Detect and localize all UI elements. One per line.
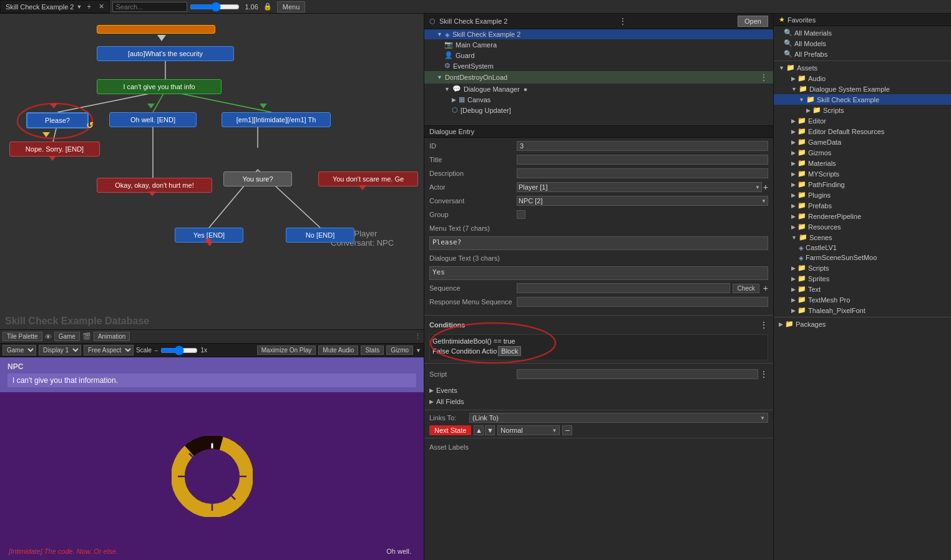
tree-renderer[interactable]: ▶ 📁 RendererPipeline <box>774 211 951 221</box>
tree-resources[interactable]: ▶ 📁 Resources <box>774 221 951 232</box>
group-label: Group <box>429 211 517 218</box>
next-state-btn[interactable]: Next State <box>429 425 471 435</box>
hierarchy-skill-check[interactable]: ▼ ◈ Skill Check Example 2 <box>424 29 773 39</box>
hierarchy-event-system[interactable]: ⚙ EventSystem <box>424 60 773 71</box>
node-dont-scare[interactable]: You don't scare me. Ge <box>318 171 418 186</box>
node-canvas[interactable]: [auto]What's the security I can't give y… <box>0 14 424 329</box>
tree-scripts-sub[interactable]: ▶ 📁 Scripts <box>774 105 951 115</box>
id-value[interactable]: 3 <box>517 141 768 151</box>
conditions-plus[interactable]: ⋮ <box>759 320 768 330</box>
node-auto-security[interactable]: [auto]What's the security <box>97 46 234 61</box>
title-value[interactable] <box>517 155 768 165</box>
group-checkbox[interactable] <box>517 210 525 219</box>
open-button[interactable]: Open <box>738 16 768 27</box>
animation-tab-btn[interactable]: Animation <box>94 332 130 341</box>
menu-button[interactable]: Menu <box>277 1 306 12</box>
tree-packages[interactable]: ▶ 📁 Packages <box>774 319 951 329</box>
node-no-end[interactable]: No [END] <box>286 228 354 243</box>
hierarchy-dialogue-manager[interactable]: ▼ 💬 Dialogue Manager ● <box>424 84 773 94</box>
conversant-label: Conversant <box>429 197 517 205</box>
gizmo-caret[interactable]: ▼ <box>416 347 421 354</box>
tree-gizmos[interactable]: ▶ 📁 Gizmos <box>774 147 951 158</box>
tree-all-materials[interactable]: 🔍 All Materials <box>774 27 951 38</box>
tree-myscripts[interactable]: ▶ 📁 MYScripts <box>774 168 951 179</box>
game-select[interactable]: Game <box>2 345 36 355</box>
actor-plus[interactable]: + <box>763 182 768 192</box>
links-to-dropdown[interactable]: (Link To) ▼ <box>469 413 768 423</box>
actor-dropdown[interactable]: Player [1] ▼ <box>517 182 762 192</box>
hierarchy-main-camera[interactable]: 📷 Main Camera <box>424 39 773 50</box>
node-you-sure[interactable]: You sure? <box>223 171 292 186</box>
tree-thaleah[interactable]: ▶ 📁 Thaleah_PixelFont <box>774 305 951 316</box>
node-nope-sorry[interactable]: Nope. Sorry. [END] <box>9 142 100 157</box>
dialogue-text-value[interactable] <box>429 266 768 280</box>
normal-dropdown[interactable]: Normal ▼ <box>497 425 560 435</box>
rms-value[interactable] <box>517 297 768 307</box>
scale-minus[interactable]: − <box>154 347 158 354</box>
tree-audio[interactable]: ▶ 📁 Audio <box>774 73 951 84</box>
tree-skill-check-example[interactable]: ▼ 📁 Skill Check Example <box>774 94 951 105</box>
hierarchy-debug-updater[interactable]: ⬡ [Debug Updater] <box>424 105 773 115</box>
arrow-down-btn[interactable]: ▼ <box>485 425 495 435</box>
arrow-up-btn[interactable]: ▲ <box>474 425 484 435</box>
tree-farm-scene[interactable]: ◈ FarmSceneSunSetMoo <box>774 253 951 263</box>
tree-plugins[interactable]: ▶ 📁 Plugins <box>774 190 951 200</box>
orange-bar-node[interactable] <box>97 25 215 34</box>
false-cond-value[interactable]: Block <box>498 346 521 356</box>
tile-palette-btn[interactable]: Tile Palette <box>2 332 42 341</box>
tree-scripts-main[interactable]: ▶ 📁 Scripts <box>774 263 951 273</box>
tree-materials[interactable]: ▶ 📁 Materials <box>774 158 951 168</box>
tree-sprites[interactable]: ▶ 📁 Sprites <box>774 273 951 284</box>
search-input[interactable] <box>112 2 187 12</box>
tree-prefabs[interactable]: ▶ 📁 Prefabs <box>774 200 951 211</box>
tree-all-models[interactable]: 🔍 All Models <box>774 38 951 49</box>
tab-dropdown-icon[interactable]: ▼ <box>76 4 82 10</box>
hierarchy-dots[interactable]: ⋮ <box>618 16 627 26</box>
node-intimidate[interactable]: [em1][Intimidate][/em1] Th <box>222 112 331 127</box>
tab-add-icon[interactable]: + <box>87 2 91 11</box>
aspect-select[interactable]: Free Aspect <box>84 345 134 355</box>
events-section[interactable]: ▶ Events <box>424 385 773 396</box>
tree-gamedata[interactable]: ▶ 📁 GameData <box>774 137 951 147</box>
stats-btn[interactable]: Stats <box>361 345 384 355</box>
menu-text-value[interactable] <box>429 236 768 250</box>
hierarchy-dont-destroy[interactable]: ▼ DontDestroyOnLoad ⋮ <box>424 71 773 84</box>
zoom-slider[interactable] <box>190 2 240 12</box>
node-icant-give[interactable]: I can't give you that info <box>97 79 222 94</box>
tree-textmesh[interactable]: ▶ 📁 TextMesh Pro <box>774 294 951 305</box>
maximize-btn[interactable]: Maximize On Play <box>257 345 316 355</box>
tree-assets-root[interactable]: ▼ 📁 Assets <box>774 62 951 73</box>
tree-editor[interactable]: ▶ 📁 Editor <box>774 115 951 126</box>
tree-editor-default[interactable]: ▶ 📁 Editor Default Resources <box>774 126 951 137</box>
tree-dialogue-system[interactable]: ▼ 📁 Dialogue System Example <box>774 84 951 94</box>
mute-btn[interactable]: Mute Audio <box>318 345 358 355</box>
hierarchy-canvas[interactable]: ▶ ▦ Canvas <box>424 94 773 105</box>
game-tab-btn[interactable]: Game <box>54 332 80 341</box>
gizmo-btn[interactable]: Gizmo <box>386 345 413 355</box>
script-value[interactable] <box>517 369 758 379</box>
toolbar-dots[interactable]: ⋮ <box>414 332 421 340</box>
seq-plus[interactable]: + <box>763 283 768 293</box>
node-oh-well[interactable]: Oh well. [END] <box>109 112 197 127</box>
tree-scenes[interactable]: ▼ 📁 Scenes <box>774 232 951 243</box>
pf-arrow: ▶ <box>791 181 796 188</box>
graph-tab[interactable]: Skill Check Example 2 ▼ + ✕ <box>0 0 110 13</box>
hierarchy-guard[interactable]: 👤 Guard <box>424 50 773 60</box>
tree-pathfinding[interactable]: ▶ 📁 PathFinding <box>774 179 951 190</box>
dont-destroy-dots[interactable]: ⋮ <box>759 72 768 82</box>
minus-btn[interactable]: − <box>562 425 572 435</box>
desc-value[interactable] <box>517 168 768 178</box>
all-fields-section[interactable]: ▶ All Fields <box>424 396 773 407</box>
scale-slider[interactable] <box>160 345 198 355</box>
tree-text[interactable]: ▶ 📁 Text <box>774 284 951 294</box>
tab-close-icon[interactable]: ✕ <box>99 2 104 11</box>
tree-all-prefabs[interactable]: 🔍 All Prefabs <box>774 49 951 59</box>
sequence-value[interactable] <box>517 283 730 293</box>
node-please[interactable]: Please? <box>26 112 89 128</box>
node-okay-okay[interactable]: Okay, okay, don't hurt me! <box>97 178 212 193</box>
tree-castle-lv1[interactable]: ◈ CastleLV1 <box>774 243 951 253</box>
display-select[interactable]: Display 1 <box>39 345 81 355</box>
check-btn[interactable]: Check <box>733 284 759 293</box>
conversant-dropdown[interactable]: NPC [2] ▼ <box>517 196 768 206</box>
script-dots[interactable]: ⋮ <box>759 369 768 379</box>
